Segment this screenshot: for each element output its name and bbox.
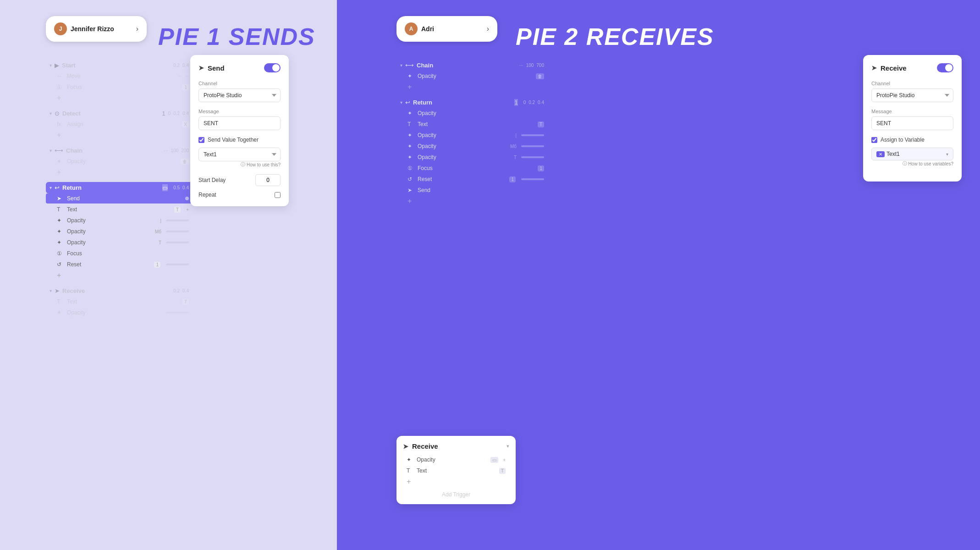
start-delay-input[interactable] — [255, 174, 281, 186]
sidebar-list-left: ▾ ▶ Start 0.2 0.4 ↔ Move ······ ① Focus … — [46, 60, 193, 322]
avatar-right: A — [405, 22, 418, 35]
chevron-start: ▾ — [50, 63, 52, 68]
assign-checkbox[interactable] — [871, 137, 877, 143]
action-focus-return[interactable]: ① Focus — [46, 248, 193, 258]
repeat-row: Repeat — [198, 192, 281, 198]
plus-start[interactable]: + — [46, 93, 193, 103]
receive-panel: ➤ Receive Channel ProtoPie Studio Messag… — [863, 55, 962, 182]
action-text-receive-left[interactable]: T Text T — [46, 297, 193, 307]
receive-sub-title: ➤ Receive — [403, 442, 438, 450]
message-label: Message — [198, 109, 281, 114]
receive-sub-icon: ➤ — [403, 443, 408, 450]
plus-detect[interactable]: + — [46, 130, 193, 140]
trigger-group-return: ▾ ↩ Return ▭ 0.50.4 ➤ Send T Text T + — [46, 182, 193, 280]
trigger-group-receive-left: ▾ ➤ Receive 0.20.4 T Text T ✦ Opacity — [46, 285, 193, 318]
send-value-checkbox-row: Send Value Together — [198, 137, 281, 143]
username-right: Adri — [421, 25, 434, 33]
variable-group-receive: ✕ Text1 ▾ ⓘ How to use variables? — [871, 148, 953, 167]
arrow-left[interactable]: › — [136, 25, 138, 33]
action-opacity-ret-r2[interactable]: ✦ Opacity | — [396, 130, 548, 140]
action-opacity-ret-r3[interactable]: ✦ Opacity Mб — [396, 141, 548, 151]
avatar-left: J — [54, 22, 67, 35]
channel-label-receive: Channel — [871, 81, 953, 86]
toggle-send[interactable] — [264, 63, 281, 72]
phone-mockup-left: J Jennifer Rizzo › — [46, 16, 147, 42]
trigger-group-chain-left: ▾ ⟷ Chain ···100200 ✦ Opacity 🗑 + — [46, 145, 193, 177]
action-opacity-1[interactable]: ✦ Opacity | — [46, 215, 193, 226]
channel-group-receive: Channel ProtoPie Studio — [871, 81, 953, 102]
trigger-header-chain-right[interactable]: ▾ ⟷ Chain ···100700 — [396, 60, 548, 71]
message-label-receive: Message — [871, 109, 953, 114]
repeat-label: Repeat — [198, 192, 216, 198]
action-focus-start[interactable]: ① Focus 1 — [46, 82, 193, 92]
trigger-header-start[interactable]: ▾ ▶ Start 0.2 0.4 — [46, 60, 193, 71]
add-trigger-btn[interactable]: Add Trigger — [403, 491, 509, 498]
message-group-receive: Message — [871, 109, 953, 130]
trigger-header-receive-left[interactable]: ▾ ➤ Receive 0.20.4 — [46, 285, 193, 297]
toggle-receive[interactable] — [937, 63, 953, 72]
action-send-selected[interactable]: ➤ Send — [46, 193, 193, 204]
message-input[interactable] — [198, 116, 281, 130]
action-focus-ret-r[interactable]: ① Focus 1 — [396, 163, 548, 173]
panel-title-send: ➤ Send — [198, 64, 225, 72]
action-opacity-ret-r1[interactable]: ✦ Opacity — [396, 108, 548, 118]
receive-icon: ➤ — [871, 64, 877, 72]
plus-receive-sub[interactable]: + — [403, 477, 509, 487]
panel-header-receive: ➤ Receive — [871, 63, 953, 72]
trigger-header-detect[interactable]: ▾ ⊙ Detect 1 00.20.4 — [46, 108, 193, 119]
plus-opacity-sub[interactable]: + — [503, 457, 506, 462]
action-opacity-receive-left[interactable]: ✦ Opacity — [46, 308, 193, 318]
action-text-ret-r[interactable]: T Text T — [396, 119, 548, 129]
help-link-receive[interactable]: ⓘ How to use variables? — [871, 160, 953, 167]
action-reset-ret-r[interactable]: ↺ Reset 1 — [396, 174, 548, 184]
plus-return-right[interactable]: + — [396, 196, 548, 206]
arrow-right[interactable]: › — [487, 25, 489, 33]
action-text-sub[interactable]: T Text T — [403, 466, 509, 476]
section-title-left: PIE 1 SENDS — [158, 23, 315, 50]
plus-chain[interactable]: + — [46, 167, 193, 177]
action-opacity-ret-r4[interactable]: ✦ Opacity T — [396, 152, 548, 162]
action-opacity-2[interactable]: ✦ Opacity Mб — [46, 226, 193, 236]
start-delay-row: Start Delay — [198, 174, 281, 186]
channel-select-receive[interactable]: ProtoPie Studio — [871, 88, 953, 102]
action-send-ret-r[interactable]: ➤ Send — [396, 185, 548, 195]
send-icon: ➤ — [198, 64, 204, 72]
username-left: Jennifer Rizzo — [71, 25, 114, 33]
variable-select-send[interactable]: Text1 — [198, 148, 281, 161]
trigger-group-start: ▾ ▶ Start 0.2 0.4 ↔ Move ······ ① Focus … — [46, 60, 193, 103]
trigger-group-return-right: ▾ ↩ Return 1 00.20.4 ✦ Opacity T Text T … — [396, 97, 548, 206]
help-link-send[interactable]: ⓘ How to use this? — [198, 161, 281, 168]
action-opacity-chain[interactable]: ✦ Opacity 🗑 — [46, 156, 193, 166]
message-group: Message — [198, 109, 281, 130]
action-move[interactable]: ↔ Move ······ — [46, 71, 193, 81]
trigger-header-return-right[interactable]: ▾ ↩ Return 1 00.20.4 — [396, 97, 548, 108]
channel-select[interactable]: ProtoPie Studio — [198, 88, 281, 102]
phone-mockup-right: A Adri › — [396, 16, 497, 42]
action-opacity-3[interactable]: ✦ Opacity T — [46, 237, 193, 248]
receive-sub-header: ➤ Receive ▾ — [403, 442, 509, 450]
plus-return[interactable]: + — [46, 270, 193, 280]
user-info-right: A Adri — [405, 22, 434, 35]
trigger-group-detect: ▾ ⊙ Detect 1 00.20.4 fx Assign X + — [46, 108, 193, 140]
action-assign[interactable]: fx Assign X — [46, 119, 193, 129]
action-opacity-sub[interactable]: ✦ Opacity ▭ + — [403, 455, 509, 465]
variable-select-receive[interactable]: ✕ Text1 ▾ — [871, 148, 953, 160]
repeat-checkbox[interactable] — [275, 192, 281, 198]
user-info-left: J Jennifer Rizzo — [54, 22, 114, 35]
channel-group: Channel ProtoPie Studio — [198, 81, 281, 102]
action-reset-return[interactable]: ↺ Reset 1 — [46, 259, 193, 270]
action-text-return[interactable]: T Text T + — [46, 204, 193, 214]
channel-label: Channel — [198, 81, 281, 86]
right-panel: A Adri › PIE 2 RECEIVES ▾ ⟷ Chain ···100… — [337, 0, 980, 550]
trigger-header-chain-left[interactable]: ▾ ⟷ Chain ···100200 — [46, 145, 193, 156]
variable-group-send: Text1 ⓘ How to use this? — [198, 148, 281, 168]
send-value-checkbox[interactable] — [198, 137, 204, 143]
receive-sub-panel: ➤ Receive ▾ ✦ Opacity ▭ + T Text T + Add… — [396, 436, 516, 504]
start-icon: ▶ — [55, 62, 59, 69]
plus-chain-right[interactable]: + — [396, 82, 548, 92]
action-opacity-chain-right[interactable]: ✦ Opacity 🗑 — [396, 71, 548, 81]
message-input-receive[interactable] — [871, 116, 953, 130]
assign-checkbox-row: Assign to Variable — [871, 137, 953, 143]
receive-sub-expand[interactable]: ▾ — [507, 443, 509, 449]
trigger-header-return[interactable]: ▾ ↩ Return ▭ 0.50.4 — [46, 182, 193, 193]
